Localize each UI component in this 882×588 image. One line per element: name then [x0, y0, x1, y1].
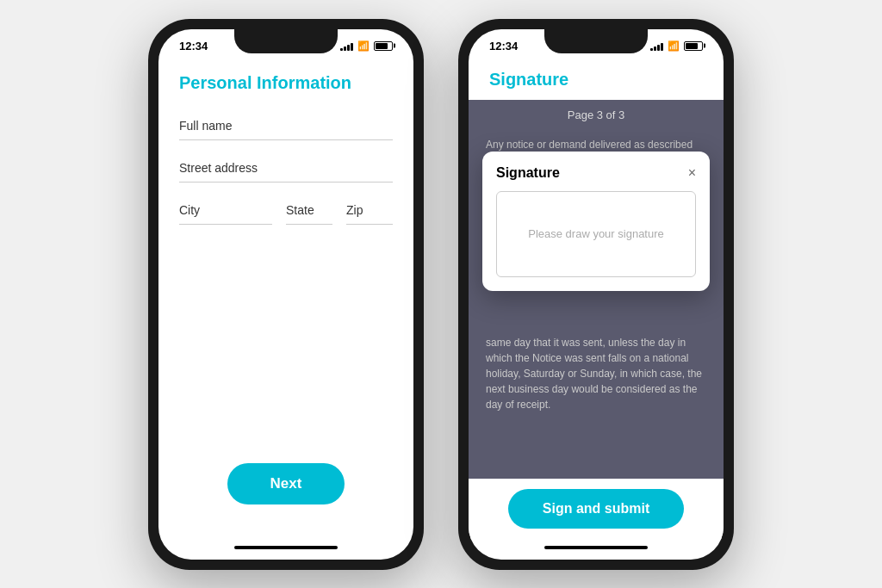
doc-page-label: Page 3 of 3: [469, 100, 724, 130]
state-field: State: [286, 203, 332, 225]
signature-modal: Signature × Please draw your signature: [482, 152, 710, 291]
notch-2: [544, 29, 648, 53]
zip-field: Zip: [346, 203, 393, 225]
street-address-underline: [179, 182, 393, 183]
home-indicator-1: [234, 546, 338, 549]
city-field: City: [179, 203, 272, 225]
signal-bars-icon: [340, 40, 353, 51]
modal-header: Signature ×: [496, 165, 696, 181]
battery-icon-2: [684, 41, 703, 51]
phone-1: 12:34 📶 Personal Information: [148, 19, 424, 570]
zip-label: Zip: [346, 203, 393, 217]
status-bar-2: 12:34 📶: [469, 29, 724, 56]
full-name-field: Full name: [179, 119, 393, 140]
next-button[interactable]: Next: [227, 463, 345, 504]
home-indicator-2: [544, 546, 648, 549]
signature-page-title: Signature: [489, 70, 703, 90]
bar2: [344, 46, 346, 51]
signature-screen: Signature Page 3 of 3 Any notice or dema…: [469, 56, 724, 539]
form-screen: Personal Information Full name Street ad…: [158, 56, 413, 539]
street-address-label: Street address: [179, 161, 393, 175]
phone-2: 12:34 📶 Signatu: [458, 19, 734, 570]
bar1: [340, 48, 343, 51]
full-name-underline: [179, 139, 393, 140]
bar3b: [657, 45, 660, 51]
signature-title-bar: Signature: [469, 56, 724, 100]
city-state-row: City State Zip: [179, 203, 393, 225]
state-label: State: [286, 203, 332, 217]
battery-icon: [374, 41, 393, 51]
document-area: Page 3 of 3 Any notice or demand deliver…: [469, 100, 724, 479]
zip-underline: [346, 224, 393, 225]
bar4: [351, 43, 353, 51]
phones-container: 12:34 📶 Personal Information: [148, 19, 734, 570]
status-time-1: 12:34: [179, 40, 208, 53]
bar1b: [650, 48, 653, 51]
close-modal-button[interactable]: ×: [688, 165, 696, 181]
signature-canvas[interactable]: Please draw your signature: [496, 191, 696, 277]
street-address-field: Street address: [179, 161, 393, 183]
bar3: [347, 45, 350, 51]
bar4b: [661, 43, 663, 51]
battery-fill-2: [686, 43, 698, 49]
signature-placeholder: Please draw your signature: [528, 227, 664, 240]
wifi-icon-2: 📶: [668, 40, 680, 52]
page-title-1: Personal Information: [179, 73, 393, 93]
status-icons-2: 📶: [650, 40, 703, 52]
signal-bars-icon-2: [650, 40, 663, 51]
screen-content-2: Signature Page 3 of 3 Any notice or dema…: [469, 56, 724, 539]
state-underline: [286, 224, 332, 225]
sign-and-submit-button[interactable]: Sign and submit: [508, 489, 684, 529]
city-label: City: [179, 203, 272, 217]
status-bar-1: 12:34 📶: [158, 29, 413, 56]
battery-fill: [376, 43, 388, 49]
modal-title: Signature: [496, 165, 560, 181]
doc-text-bottom: same day that it was sent, unless the da…: [469, 328, 724, 419]
city-underline: [179, 224, 272, 225]
screen-content-1: Personal Information Full name Street ad…: [158, 56, 413, 539]
bar2b: [654, 46, 656, 51]
full-name-label: Full name: [179, 119, 393, 133]
bottom-bar: Sign and submit: [469, 479, 724, 539]
status-icons-1: 📶: [340, 40, 393, 52]
wifi-icon: 📶: [357, 40, 370, 52]
notch-1: [234, 29, 338, 53]
status-time-2: 12:34: [489, 40, 518, 53]
